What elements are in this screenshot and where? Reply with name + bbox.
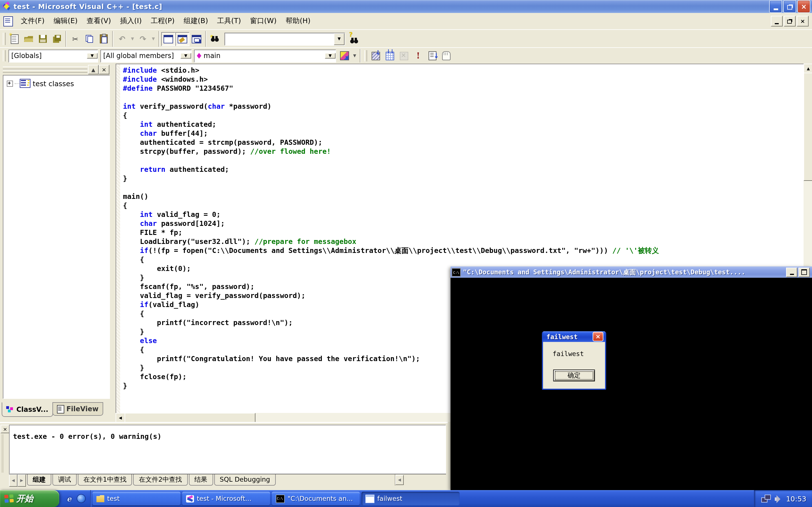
menu-bar: 文件(F)编辑(E)查看(V)插入(I)工程(P)组建(B)工具(T)窗口(W)… <box>0 13 812 30</box>
workspace-gripper[interactable] <box>3 66 87 69</box>
minimize-button[interactable] <box>769 0 782 13</box>
restore-button[interactable] <box>783 0 796 13</box>
function-combobox-dropdown[interactable]: ▼ <box>325 53 336 59</box>
output-tabs-scroll-right[interactable]: ▶ <box>17 474 26 487</box>
console-minimize-button[interactable] <box>786 267 797 277</box>
window-list-icon <box>192 35 201 43</box>
menu-item[interactable]: 工具(T) <box>213 14 246 28</box>
globe-icon[interactable] <box>77 494 86 503</box>
go-debug-button[interactable] <box>425 49 439 63</box>
menu-item[interactable]: 工程(P) <box>146 14 179 28</box>
output-close-button[interactable]: × <box>1 425 10 433</box>
code-line: main() <box>123 192 659 201</box>
tab-classview[interactable]: ClassV... <box>2 402 53 417</box>
classes-combobox[interactable]: [Globals] ▼ <box>8 49 98 62</box>
output-tab[interactable]: 在文件1中查找 <box>78 474 132 486</box>
breakpoint-button[interactable] <box>439 49 453 63</box>
menu-item[interactable]: 帮助(H) <box>281 14 315 28</box>
output-content[interactable]: test.exe - 0 error(s), 0 warning(s) <box>9 425 446 474</box>
compile-button[interactable] <box>369 49 383 63</box>
window-list-button[interactable] <box>190 32 204 46</box>
open-file-button[interactable] <box>21 32 36 46</box>
save-all-button[interactable] <box>50 32 64 46</box>
stop-build-icon <box>400 52 408 60</box>
output-gripper[interactable] <box>2 434 8 473</box>
menu-item[interactable]: 编辑(E) <box>49 14 82 28</box>
paste-button[interactable] <box>96 32 110 46</box>
redo-button[interactable]: ↷ <box>136 32 150 46</box>
menu-item[interactable]: 窗口(W) <box>246 14 281 28</box>
volume-tray-icon[interactable] <box>775 495 782 502</box>
build-button[interactable] <box>383 49 397 63</box>
classes-combobox-dropdown[interactable]: ▼ <box>87 53 98 59</box>
network-tray-icon[interactable] <box>761 495 771 503</box>
output-tab[interactable]: 结果 <box>189 474 213 486</box>
close-button[interactable]: × <box>797 0 810 13</box>
wizard-action-dropdown[interactable]: ▼ <box>351 49 358 62</box>
workspace-collapse-button[interactable]: ▲ <box>88 65 99 74</box>
execute-button[interactable]: ! <box>411 49 425 63</box>
failwest-dialog[interactable]: failwest × failwest 确定 <box>542 331 606 390</box>
tree-expander-icon[interactable] <box>7 80 13 87</box>
members-combobox[interactable]: [All global members] ▼ <box>100 49 192 62</box>
find-combobox[interactable]: ▼ <box>224 33 345 45</box>
taskbar-button-console[interactable]: "C:\Documents an... <box>272 492 360 505</box>
horizontal-scroll-thumb[interactable] <box>124 413 255 422</box>
failwest-dialog-titlebar[interactable]: failwest × <box>543 331 605 342</box>
menu-item[interactable]: 组建(B) <box>179 14 213 28</box>
failwest-close-button[interactable]: × <box>593 332 603 341</box>
scroll-up-arrow[interactable]: ▲ <box>804 64 812 73</box>
mdi-close-button[interactable]: × <box>797 16 809 26</box>
folder-icon <box>96 495 104 502</box>
internet-explorer-icon[interactable]: e <box>65 494 73 503</box>
function-combobox[interactable]: main ▼ <box>194 49 336 62</box>
output-tab[interactable]: 组建 <box>27 474 51 486</box>
menu-item[interactable]: 查看(V) <box>82 14 116 28</box>
output-tab[interactable]: 在文件2中查找 <box>133 474 188 486</box>
redo-icon: ↷ <box>140 35 146 43</box>
output-hscroll-left-arrow[interactable]: ◀ <box>395 475 404 485</box>
stop-build-button[interactable] <box>397 49 411 63</box>
menu-item[interactable]: 插入(I) <box>116 14 146 28</box>
menu-item[interactable]: 文件(F) <box>16 14 49 28</box>
output-tab[interactable]: 调试 <box>52 474 77 486</box>
console-maximize-button[interactable] <box>799 267 810 277</box>
binoculars-icon <box>350 38 359 43</box>
code-line <box>123 156 659 165</box>
taskbar-button-failwest[interactable]: failwest <box>361 492 460 505</box>
output-tab[interactable]: SQL Debugging <box>214 474 276 486</box>
mdi-minimize-button[interactable] <box>771 16 783 26</box>
toggle-workspace-button[interactable] <box>161 32 175 46</box>
find-in-files-button[interactable] <box>208 32 222 46</box>
taskbar-button-test-folder[interactable]: test <box>93 492 181 505</box>
start-button[interactable]: 开始 <box>0 490 59 507</box>
find-combobox-dropdown[interactable]: ▼ <box>334 33 345 45</box>
search-help-button[interactable]: ? <box>347 32 361 46</box>
wizard-action-button[interactable] <box>337 49 351 63</box>
members-combobox-dropdown[interactable]: ▼ <box>181 53 191 59</box>
cut-button[interactable]: ✂ <box>68 32 82 46</box>
undo-button[interactable]: ↶ <box>115 32 129 46</box>
code-line: int valid_flag = 0; <box>123 210 659 219</box>
copy-button[interactable] <box>82 32 96 46</box>
ok-button[interactable]: 确定 <box>553 370 595 381</box>
vertical-scroll-thumb[interactable] <box>804 73 812 181</box>
console-body[interactable] <box>451 278 812 490</box>
tree-item-test-classes[interactable]: test classes <box>4 79 108 88</box>
console-titlebar[interactable]: C:\ "C:\Documents and Settings\Administr… <box>451 267 812 278</box>
console-window[interactable]: C:\ "C:\Documents and Settings\Administr… <box>451 267 812 490</box>
mdi-restore-button[interactable] <box>784 16 796 26</box>
save-button[interactable] <box>36 32 50 46</box>
toggle-output-button[interactable] <box>175 32 190 46</box>
new-file-button[interactable] <box>7 32 21 46</box>
redo-dropdown[interactable]: ▼ <box>150 33 157 45</box>
function-diamond-icon <box>197 53 201 59</box>
output-tabs-scroll-left[interactable]: ◀ <box>9 474 17 487</box>
scroll-left-arrow[interactable]: ◀ <box>116 413 125 422</box>
vc-icon <box>186 495 194 502</box>
undo-dropdown[interactable]: ▼ <box>129 33 136 45</box>
tab-fileview[interactable]: FileView <box>52 402 103 416</box>
document-system-icon[interactable] <box>3 16 13 26</box>
taskbar-button-visual-cpp[interactable]: test - Microsoft... <box>182 492 270 505</box>
workspace-close-button[interactable]: × <box>99 65 109 74</box>
